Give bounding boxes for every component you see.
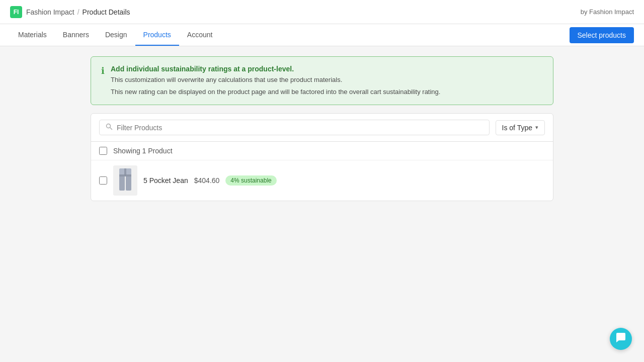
info-banner-line1: This customization will overwrite any ca…	[111, 75, 440, 85]
product-name: 5 Pocket Jean	[143, 176, 188, 185]
logo-text: FI	[14, 9, 19, 16]
search-input[interactable]	[117, 124, 483, 132]
info-banner-line2: This new rating can be displayed on the …	[111, 87, 440, 97]
breadcrumb-brand: Fashion Impact	[26, 8, 74, 16]
select-all-checkbox[interactable]	[99, 147, 107, 155]
filter-dropdown-label: Is of Type	[502, 124, 532, 132]
search-wrapper	[99, 120, 490, 135]
info-banner: ℹ Add individual sustainability ratings …	[91, 56, 553, 105]
product-image-svg	[117, 168, 133, 193]
tab-banners[interactable]: Banners	[55, 25, 97, 46]
main-content: ℹ Add individual sustainability ratings …	[80, 46, 564, 211]
tab-materials[interactable]: Materials	[10, 25, 55, 46]
svg-rect-4	[126, 174, 131, 191]
navigation: Materials Banners Design Products Accoun…	[0, 24, 644, 46]
breadcrumb: Fashion Impact / Product Details	[26, 8, 130, 16]
info-icon: ℹ	[101, 65, 105, 97]
svg-rect-3	[119, 174, 125, 191]
product-price: $404.60	[194, 176, 220, 185]
search-icon	[106, 123, 113, 132]
chevron-down-icon: ▾	[535, 124, 538, 131]
table-row: 5 Pocket Jean $404.60 4% sustainable	[91, 160, 553, 201]
tab-account[interactable]: Account	[179, 25, 221, 46]
info-banner-title: Add individual sustainability ratings at…	[111, 65, 440, 73]
header-by-label: by Fashion Impact	[581, 8, 634, 16]
filter-dropdown[interactable]: Is of Type ▾	[496, 120, 545, 135]
app-logo: FI	[10, 6, 22, 18]
header-left: FI Fashion Impact / Product Details	[10, 6, 130, 18]
svg-rect-5	[119, 174, 131, 176]
product-info: 5 Pocket Jean $404.60 4% sustainable	[143, 175, 545, 186]
header: FI Fashion Impact / Product Details by F…	[0, 0, 644, 24]
search-filter-bar: Is of Type ▾	[91, 114, 553, 142]
breadcrumb-separator: /	[77, 8, 79, 16]
tab-design[interactable]: Design	[97, 25, 135, 46]
product-count-row: Showing 1 Product	[91, 142, 553, 160]
tab-products[interactable]: Products	[135, 25, 179, 46]
nav-tabs: Materials Banners Design Products Accoun…	[10, 25, 220, 46]
select-products-button[interactable]: Select products	[570, 27, 634, 43]
product-checkbox[interactable]	[99, 176, 107, 185]
breadcrumb-current: Product Details	[83, 8, 130, 16]
product-image	[113, 165, 137, 196]
info-banner-content: Add individual sustainability ratings at…	[111, 65, 440, 97]
sustainability-badge: 4% sustainable	[225, 175, 276, 186]
product-list-container: Is of Type ▾ Showing 1 Product	[91, 113, 553, 201]
svg-line-1	[110, 128, 112, 130]
product-count-text: Showing 1 Product	[113, 147, 173, 155]
svg-rect-2	[119, 168, 131, 175]
